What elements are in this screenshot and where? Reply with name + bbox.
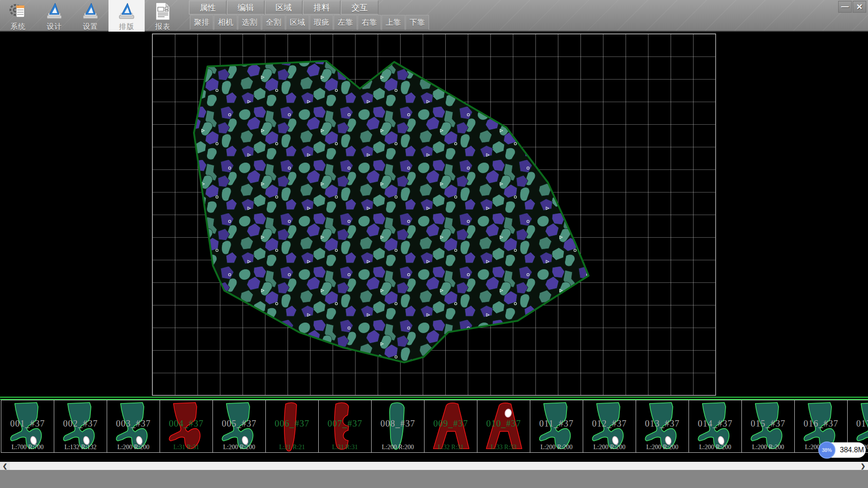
minimize-button[interactable]: — [838,1,852,13]
tool-button-label: 全割 [266,17,281,28]
tool-button[interactable]: 相机 [214,15,237,30]
part-shape [639,401,686,451]
application-window: { "window": { "minimize_label": "—", "cl… [0,0,868,488]
toolbar: 系统 设计 设置 排版 报表 属性 [0,0,868,32]
tool-button[interactable]: 区域 [286,15,309,30]
part-thumbnail[interactable]: 001_#37 L:700 R:700 [1,400,54,452]
part-shape [216,401,263,451]
tool-button[interactable]: 上靠 [382,15,405,30]
part-shape [586,401,633,451]
part-thumbnail[interactable]: 003_#37 L:200 R:200 [107,400,160,452]
app-tab-label: 设置 [83,22,98,32]
tool-button-label: 选割 [242,17,257,28]
window-controls: — ✕ [838,1,866,13]
tool-button[interactable]: 聚排 [190,15,213,30]
part-shape [745,401,792,451]
part-shape [110,401,157,451]
tool-button[interactable]: 下靠 [406,15,429,30]
part-shape [480,401,527,451]
tool-button-label: 左靠 [338,17,353,28]
menu-row-secondary: 聚排 相机 选割 全割 区域 瑕疵 左靠 右靠 [190,15,429,30]
part-thumbnail[interactable]: 007_#37 L:31 R:31 [318,400,371,452]
tool-button-label: 区域 [290,17,305,28]
ruler-icon [80,1,101,21]
part-shape [269,401,316,451]
status-badge: 38% 384.8M [818,441,866,459]
app-tab-label: 系统 [10,22,26,32]
ruler-icon [116,1,137,21]
parts-filmstrip: 001_#37 L:700 R:700 002_#37 L:132 R:132 … [1,400,868,453]
part-thumbnail[interactable]: 012_#37 L:200 R:200 [583,400,636,452]
status-bar [0,470,868,488]
menu-button[interactable]: 区域 [265,0,302,14]
part-shape [4,401,51,451]
part-thumbnail[interactable]: 010_#37 L:33 R:33 [477,400,530,452]
app-tab[interactable]: 设置 [72,0,108,32]
part-thumbnail[interactable]: 011_#37 L:200 R:200 [530,400,583,452]
strip-divider [0,397,868,400]
part-shape [692,401,739,451]
menu-button[interactable]: 交互 [341,0,378,14]
tool-button-label: 相机 [218,17,233,28]
menu-button-label: 排料 [314,2,330,13]
gear-icon [8,1,28,21]
close-button[interactable]: ✕ [853,1,866,13]
menu-button-label: 交互 [352,2,368,13]
tool-button[interactable]: 右靠 [358,15,381,30]
part-shape [374,401,421,451]
part-thumbnail[interactable]: 015_#37 L:200 R:200 [741,400,794,452]
horizontal-scrollbar[interactable]: ❮ ❯ [0,462,868,470]
part-shape [427,401,474,451]
part-shape [321,401,368,451]
part-thumbnail[interactable]: 013_#37 L:200 R:200 [636,400,689,452]
part-thumbnail[interactable]: 006_#37 L:21 R:21 [265,400,318,452]
part-thumbnail[interactable]: 002_#37 L:132 R:132 [54,400,107,452]
app-tab-label: 排版 [119,22,134,32]
scroll-right-icon[interactable]: ❯ [858,462,868,470]
scroll-left-icon[interactable]: ❮ [0,462,10,470]
nesting-canvas[interactable] [0,33,868,397]
app-tab[interactable]: 系统 [0,0,36,32]
memory-usage: 384.8M [838,441,866,459]
tool-button-label: 右靠 [362,17,377,28]
part-shape [533,401,580,451]
menu-button-label: 属性 [200,2,216,13]
tool-button[interactable]: 全割 [262,15,285,30]
progress-percent: 38% [818,441,835,459]
part-thumbnail[interactable]: 005_#37 L:200 R:200 [212,400,265,452]
menu-button-label: 编辑 [238,2,254,13]
app-tab[interactable]: 设计 [36,0,72,32]
app-switcher: 系统 设计 设置 排版 报表 [0,0,181,32]
app-tab-label: 设计 [47,22,62,32]
tool-button-label: 上靠 [386,17,401,28]
ruler-icon [44,1,65,21]
tool-button[interactable]: 左靠 [334,15,357,30]
menu-row-primary: 属性 编辑 区域 排料 交互 [189,0,379,14]
part-shape [57,401,104,451]
part-thumbnail[interactable]: 004_#37 L:31 R:31 [160,400,212,452]
tool-button-label: 聚排 [194,17,209,28]
part-thumbnail[interactable]: 009_#37 L:32 R:31 [424,400,477,452]
menu-button[interactable]: 编辑 [227,0,264,14]
menu-button[interactable]: 属性 [189,0,226,14]
tool-button[interactable]: 瑕疵 [310,15,333,30]
app-tab[interactable]: 报表 [145,0,181,32]
app-tab-label: 报表 [155,22,170,32]
tool-button-label: 下靠 [410,17,425,28]
menu-button[interactable]: 排料 [303,0,340,14]
report-icon [152,1,173,21]
part-thumbnail[interactable]: 008_#37 L:200 R:200 [371,400,424,452]
tool-button-label: 瑕疵 [314,17,329,28]
app-tab[interactable]: 排版 [108,0,145,32]
menu-button-label: 区域 [276,2,292,13]
part-shape [163,401,210,451]
part-thumbnail[interactable]: 014_#37 L:200 R:200 [689,400,741,452]
nesting-drawing [0,33,868,397]
tool-button[interactable]: 选割 [238,15,261,30]
